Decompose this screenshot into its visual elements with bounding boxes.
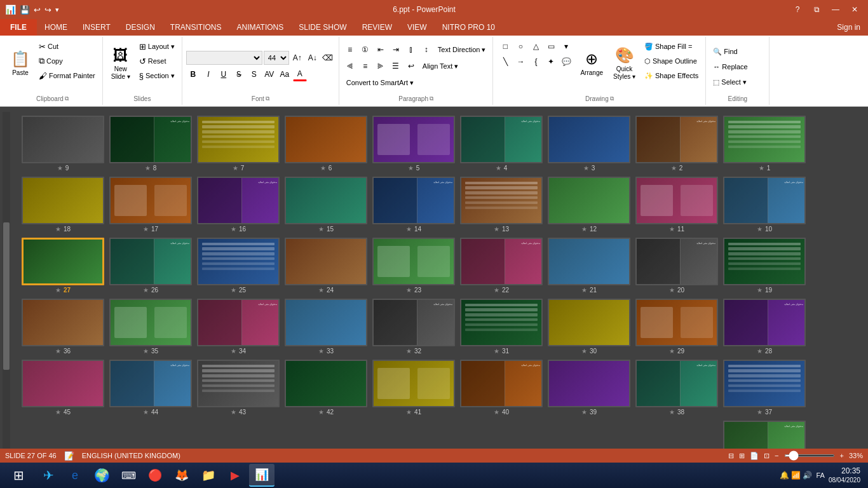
clipboard-expand-icon[interactable]: ⧉ [65, 95, 69, 102]
new-slide-button[interactable]: 🖼 NewSlide ▾ [107, 38, 135, 89]
align-left-button[interactable]: ⫷ [343, 59, 357, 73]
slide-sorter-icon[interactable]: ⊞ [739, 452, 745, 460]
drawing-expand-icon[interactable]: ⧉ [610, 95, 614, 102]
slide-item-39[interactable]: ★39 [546, 358, 632, 417]
slide-item-28[interactable]: محتوای متنی اسلاید★28 [722, 297, 807, 356]
normal-view-icon[interactable]: ⊟ [728, 452, 734, 460]
decrease-indent-button[interactable]: ⇤ [374, 43, 388, 57]
slide-item-24[interactable]: ★24 [283, 236, 369, 295]
columns-button[interactable]: ⫿ [404, 43, 418, 57]
slide-item-25[interactable]: ★25 [196, 236, 281, 295]
bold-button[interactable]: B [186, 67, 200, 81]
slide-item-41[interactable]: ★41 [371, 358, 456, 417]
strikethrough-button[interactable]: S̶ [232, 67, 246, 81]
design-menu[interactable]: DESIGN [118, 19, 163, 36]
line-shape[interactable]: ╲ [498, 55, 512, 69]
slide-item-23[interactable]: ★23 [371, 236, 456, 295]
taskbar-ie[interactable]: e [62, 464, 88, 487]
slideshow-menu[interactable]: SLIDE SHOW [291, 19, 354, 36]
slide-item-10[interactable]: محتوای متنی اسلاید★10 [722, 175, 807, 234]
shape-effects-button[interactable]: ✨ Shape Effects [641, 69, 702, 83]
bullets-button[interactable]: ≡ [343, 43, 357, 57]
bracket-shape[interactable]: { [529, 55, 543, 69]
slide-item-32[interactable]: محتوای متنی اسلاید★32 [371, 297, 456, 356]
slide-item-1[interactable]: ★1 [722, 114, 807, 173]
slide-item-30[interactable]: ★30 [546, 297, 632, 356]
circle-shape[interactable]: ○ [513, 39, 527, 53]
slide-item-16[interactable]: محتوای متنی اسلاید★16 [196, 175, 281, 234]
insert-menu[interactable]: INSERT [75, 19, 118, 36]
slide-item-2[interactable]: محتوای متنی اسلاید★2 [634, 114, 719, 173]
shape-outline-button[interactable]: ⬡ Shape Outline [641, 54, 702, 68]
change-case-button[interactable]: Aa [278, 67, 292, 81]
slide-item-21[interactable]: ★21 [546, 236, 632, 295]
slide-item-33[interactable]: ★33 [283, 297, 369, 356]
slide-item-14[interactable]: محتوای متنی اسلاید★14 [371, 175, 456, 234]
language-indicator[interactable]: ENGLISH (UNITED KINGDOM) [82, 452, 180, 459]
taskbar-media[interactable]: ▶ [222, 464, 248, 487]
italic-button[interactable]: I [201, 67, 215, 81]
slide-item-3[interactable]: ★3 [546, 114, 632, 173]
slide-item-35[interactable]: ★35 [108, 297, 193, 356]
slide-item-7[interactable]: ★7 [196, 114, 281, 173]
paragraph-expand-icon[interactable]: ⧉ [430, 95, 433, 102]
slide-item-5[interactable]: ★5 [371, 114, 456, 173]
taskbar-telegram[interactable]: ✈ [36, 464, 61, 487]
sign-in-area[interactable]: Sign in [837, 19, 868, 36]
font-expand-icon[interactable]: ⧉ [266, 95, 269, 102]
slide-item-34[interactable]: محتوای متنی اسلاید★34 [196, 297, 281, 356]
slide-item-44[interactable]: محتوای متنی اسلاید★44 [108, 358, 193, 417]
justify-button[interactable]: ☰ [389, 59, 403, 73]
transitions-menu[interactable]: TRANSITIONS [163, 19, 229, 36]
callout-shape[interactable]: 💬 [559, 55, 573, 69]
line-spacing-button[interactable]: ↕ [419, 43, 433, 57]
notes-icon[interactable]: 📝 [64, 451, 74, 461]
star-shape[interactable]: ✦ [544, 55, 558, 69]
slide-item-31[interactable]: ★31 [459, 297, 544, 356]
zoom-slider[interactable] [784, 454, 835, 457]
animations-menu[interactable]: ANIMATIONS [229, 19, 291, 36]
undo-icon[interactable]: ↩ [34, 5, 41, 15]
font-size-select[interactable]: 44 [264, 51, 289, 65]
numbering-button[interactable]: ① [358, 43, 372, 57]
close-button[interactable]: ✕ [846, 3, 863, 16]
slideshow-icon[interactable]: ⊡ [764, 452, 770, 460]
paste-button[interactable]: 📋 Paste [6, 38, 34, 89]
slide-item-6[interactable]: ★6 [283, 114, 369, 173]
more-shapes[interactable]: ▾ [559, 39, 573, 53]
reading-view-icon[interactable]: 📄 [750, 452, 759, 460]
slide-item-38[interactable]: محتوای متنی اسلاید★38 [634, 358, 719, 417]
arrange-button[interactable]: ⊕ Arrange [576, 38, 607, 89]
triangle-shape[interactable]: △ [529, 39, 543, 53]
select-button[interactable]: ⬚ Select ▾ [710, 75, 750, 89]
slide-item-8[interactable]: محتوای متنی اسلاید★8 [108, 114, 193, 173]
slide-item-15[interactable]: ★15 [283, 175, 369, 234]
format-painter-button[interactable]: 🖌 Format Painter [36, 69, 98, 83]
arrow-shape[interactable]: → [513, 55, 527, 69]
taskbar-globe[interactable]: 🌍 [89, 464, 114, 487]
slide-item-45[interactable]: ★45 [20, 358, 105, 417]
clear-format-button[interactable]: ⌫ [321, 51, 335, 65]
slide-item-19[interactable]: ★19 [722, 236, 807, 295]
slide-item-17[interactable]: ★17 [108, 175, 193, 234]
save-icon[interactable]: 💾 [20, 5, 30, 15]
slide-item-11[interactable]: ★11 [634, 175, 719, 234]
section-button[interactable]: § Section ▾ [136, 69, 178, 83]
taskbar-firefox[interactable]: 🦊 [169, 464, 194, 487]
rect-shape[interactable]: □ [498, 39, 512, 53]
minimize-button[interactable]: — [827, 3, 844, 16]
slide-item-22[interactable]: محتوای متنی اسلاید★22 [459, 236, 544, 295]
taskbar-folder[interactable]: 📁 [196, 464, 221, 487]
slide-item-36[interactable]: ★36 [20, 297, 105, 356]
decrease-font-button[interactable]: A↓ [306, 51, 320, 65]
align-text-button[interactable]: Align Text ▾ [419, 59, 462, 73]
slide-item-26[interactable]: محتوای متنی اسلاید★26 [108, 236, 193, 295]
taskbar-chrome[interactable]: 🔴 [142, 464, 168, 487]
slide-item-9[interactable]: ★9 [20, 114, 105, 173]
view-menu[interactable]: VIEW [400, 19, 435, 36]
slide-item-29[interactable]: ★29 [634, 297, 719, 356]
minimize-restore-button[interactable]: ⧉ [808, 3, 825, 16]
char-spacing-button[interactable]: AV [262, 67, 276, 81]
align-right-button[interactable]: ⫸ [374, 59, 388, 73]
find-button[interactable]: 🔍 Find [710, 44, 740, 58]
